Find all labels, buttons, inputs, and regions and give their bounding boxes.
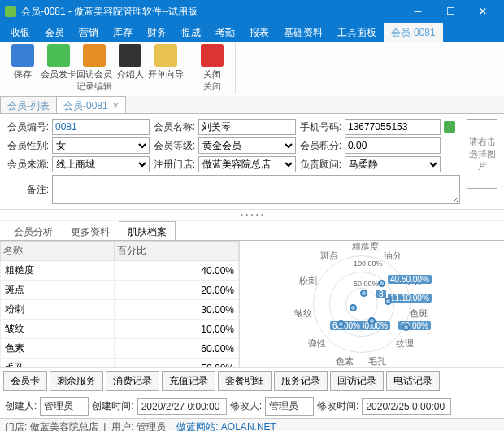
mtime-label: 修改时间: [317,399,358,413]
radar-axis-label: 粗糙度 [352,241,379,253]
table-row[interactable]: 皱纹10.00% [1,320,239,339]
menu-item[interactable]: 报表 [242,23,276,42]
points-input[interactable] [345,137,441,154]
ribbon-icon [11,44,34,67]
label-reg-store: 注册门店: [153,158,195,172]
minimize-button[interactable]: ─ [402,0,434,23]
radar-axis-label: 纹理 [396,337,414,350]
radar-axis-label: 斑点 [320,250,338,262]
consultant-select[interactable]: 马柔静 [345,156,441,172]
menu-item[interactable]: 提成 [174,23,208,42]
close-button[interactable]: ✕ [467,0,499,23]
radar-axis-label: 毛孔 [368,355,386,368]
label-phone: 手机号码: [299,120,341,134]
radar-axis-label: 油分 [384,250,402,262]
bottom-button[interactable]: 消费记录 [106,371,159,391]
col-name: 名称 [1,242,115,261]
menu-item[interactable]: 考勤 [208,23,242,42]
member-name-input[interactable] [198,119,296,135]
bottom-button[interactable]: 会员卡 [3,371,47,391]
website-link[interactable]: 傲蓝网站: AOLAN.NET [176,421,276,431]
member-form: 会员编号: 会员名称: 手机号码: 会员性别: 女 会员等级: 黄金会员 会员积… [0,114,504,210]
label-gender: 会员性别: [7,139,49,153]
bottom-button[interactable]: 套餐明细 [218,371,272,391]
skin-panel: 名称 百分比 粗糙度40.00%斑点20.00%粉刺30.00%皱纹10.00%… [0,241,504,367]
radar-point [360,290,367,297]
radar-axis-label: 色素 [336,355,354,368]
menu-item[interactable]: 营销 [72,23,106,42]
radar-value-label: 60.00% [330,321,363,330]
menu-item[interactable]: 工具面板 [330,23,384,42]
menu-item[interactable]: 基础资料 [276,23,330,42]
table-row[interactable]: 毛孔50.00% [1,359,239,368]
menu-item[interactable]: 财务 [140,23,174,42]
ribbon-group-label: 记录编辑 [76,81,112,94]
radar-chart: 50.00%100.00%粗糙度油分水分色斑纹理毛孔色素弹性皱纹粉刺斑点40.5… [240,241,504,367]
bottom-button[interactable]: 回访记录 [330,371,384,391]
tab-close-icon[interactable]: × [113,100,119,111]
document-tabs: 会员-列表会员-0081× [0,96,504,114]
radar-point [378,280,385,287]
phone-input[interactable] [345,119,441,135]
radar-point [337,320,345,328]
creator-label: 创建人: [5,399,37,413]
label-remark: 备注: [7,183,49,197]
modifier-label: 修改人: [230,399,262,413]
member-no-input[interactable] [52,119,150,135]
level-select[interactable]: 黄金会员 [198,137,296,154]
ribbon-button[interactable]: 介绍人 [112,44,148,81]
ribbon-button[interactable]: 回访会员 [76,44,112,81]
reg-store-select[interactable]: 傲蓝美容院总店 [198,156,296,172]
bottom-button[interactable]: 电话记录 [386,371,440,391]
sub-tab[interactable]: 肌肤档案 [119,221,176,240]
menu-item[interactable]: 收银 [3,23,37,42]
menu-item[interactable]: 库存 [106,23,140,42]
sub-tab[interactable]: 会员分析 [5,221,62,240]
photo-box[interactable]: 请右击选择图片 [467,119,497,189]
ribbon-icon [83,44,106,67]
sub-tab[interactable]: 更多资料 [62,221,119,240]
menu-item[interactable]: 会员-0081 [384,23,443,42]
table-row[interactable]: 粗糙度40.00% [1,261,239,281]
bottom-button[interactable]: 充值记录 [162,371,215,391]
radar-axis-label: 弹性 [308,337,326,350]
doc-tab[interactable]: 会员-列表 [0,96,57,113]
skin-table: 名称 百分比 粗糙度40.00%斑点20.00%粉刺30.00%皱纹10.00%… [0,241,240,367]
maximize-button[interactable]: ☐ [434,0,467,23]
bottom-button[interactable]: 服务记录 [274,371,328,391]
radar-point [350,304,357,311]
radar-axis-label: 色斑 [410,307,428,320]
label-member-no: 会员编号: [7,120,49,134]
phone-icon[interactable] [444,121,455,133]
bottom-button[interactable]: 剩余服务 [50,371,103,391]
ribbon-button[interactable]: 会员发卡 [41,44,76,81]
menu-bar: 收银会员营销库存财务提成考勤报表基础资料工具面板会员-0081 [0,23,504,42]
ribbon: 保存会员发卡回访会员介绍人开单向导 记录编辑 关闭 关闭 [0,42,504,94]
doc-tab[interactable]: 会员-0081× [56,96,126,113]
remark-input[interactable] [52,175,460,204]
ribbon-icon [154,44,177,67]
table-row[interactable]: 斑点20.00% [1,281,239,300]
col-percent: 百分比 [114,242,238,261]
ribbon-button[interactable]: 关闭 [194,44,230,81]
radar-axis-label: 皱纹 [294,307,312,320]
radar-point [402,324,410,331]
ribbon-group-close: 关闭 关闭 [189,42,236,94]
meta-row: 创建人: 管理员 创建时间: 2020/2/27 0:00:00 修改人: 管理… [0,394,504,418]
ribbon-button[interactable]: 开单向导 [148,44,184,81]
table-row[interactable]: 色素60.00% [1,339,239,359]
label-level: 会员等级: [153,139,195,153]
label-consultant: 负责顾问: [299,158,341,172]
source-select[interactable]: 线上商城 [52,156,150,172]
table-row[interactable]: 粉刺30.00% [1,300,239,320]
label-source: 会员来源: [7,158,49,172]
title-bar: 会员-0081 - 傲蓝美容院管理软件--试用版 ─ ☐ ✕ [0,0,504,23]
ribbon-icon [47,44,70,67]
bottom-buttons: 会员卡剩余服务消费记录充值记录套餐明细服务记录回访记录电话记录 [0,367,504,394]
menu-item[interactable]: 会员 [37,23,72,42]
ribbon-icon [119,44,141,67]
divider-dots: • • • • • [0,210,504,221]
gender-select[interactable]: 女 [52,137,150,154]
radar-axis-label: 粉刺 [299,275,317,287]
ribbon-button[interactable]: 保存 [5,44,41,81]
